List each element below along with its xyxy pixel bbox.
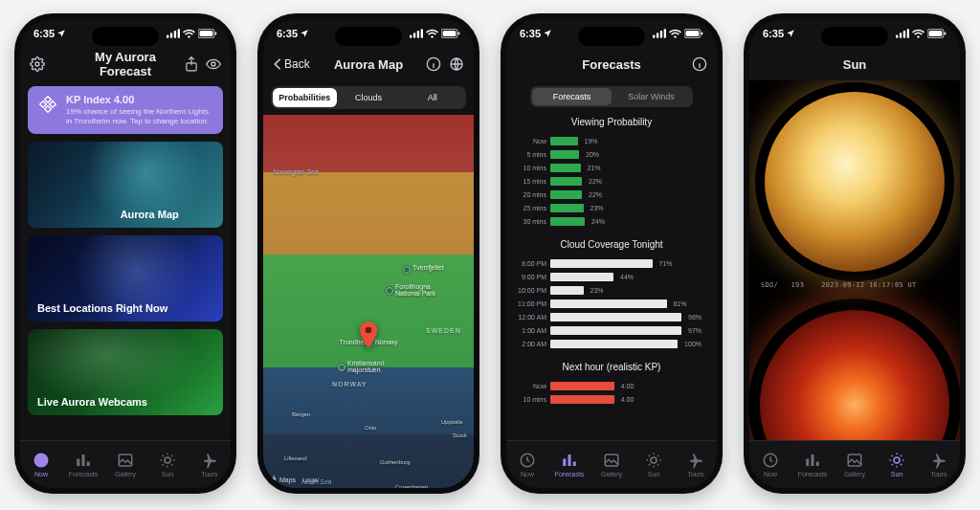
- svg-point-7: [35, 62, 39, 66]
- bar-value: 81%: [674, 300, 687, 307]
- cloud-coverage-chart: 8:00 PM71%9:00 PM44%10:00 PM23%11:00 PM8…: [512, 257, 711, 350]
- wifi-icon: [669, 29, 681, 38]
- globe-icon: [449, 56, 464, 72]
- bars-icon: [561, 452, 578, 469]
- tab-now[interactable]: Now: [20, 441, 62, 488]
- tab-sun[interactable]: Sun: [146, 441, 189, 488]
- page-title: Forecasts: [558, 57, 665, 72]
- bar-value: 20%: [586, 151, 599, 158]
- tab-gallery[interactable]: Gallery: [104, 441, 146, 488]
- bar-value: 98%: [688, 314, 702, 321]
- tab-forecasts[interactable]: Forecasts: [548, 441, 590, 488]
- bar-label: 25 mins: [514, 205, 546, 211]
- svg-rect-19: [421, 29, 423, 37]
- map-label-lillesand: Lillesand: [284, 455, 307, 461]
- bar-fill: [550, 382, 614, 390]
- forecasts-segmented[interactable]: Forecasts Solar Winds: [530, 86, 693, 107]
- tab-sun[interactable]: Sun: [876, 441, 918, 488]
- map-label-gothenburg: Gothenburg: [380, 459, 411, 465]
- sun-icon: [645, 452, 662, 469]
- tab-label: Gallery: [844, 471, 865, 477]
- sun-meta-text: SDO/ 193 2023-09-12 16:17:05 UT: [761, 281, 917, 289]
- info-button[interactable]: [692, 56, 707, 72]
- visibility-button[interactable]: [206, 58, 221, 70]
- section-title-viewing: Viewing Probability: [512, 117, 711, 127]
- bar-row: 9:00 PM44%: [550, 271, 702, 283]
- back-button[interactable]: Back: [273, 57, 310, 71]
- share-button[interactable]: [185, 56, 198, 72]
- map-pin[interactable]: [359, 322, 378, 348]
- card-aurora-map[interactable]: SWEDEN FINLAND Stockholm Aurora Map: [28, 142, 223, 228]
- map-segmented-control[interactable]: Probabilities Clouds All: [271, 86, 466, 109]
- tab-tours[interactable]: Tours: [189, 441, 231, 488]
- bar-row: 5 mins20%: [550, 148, 702, 161]
- sun-imagery[interactable]: SDO/ 193 2023-09-12 16:17:05 UT: [749, 80, 960, 440]
- tab-label: Sun: [891, 471, 902, 477]
- status-time: 6:35: [520, 28, 541, 39]
- bar-fill: [550, 150, 579, 159]
- tab-sun[interactable]: Sun: [633, 441, 675, 488]
- tab-now[interactable]: Now: [506, 441, 548, 488]
- bar-label: 10 mins: [514, 165, 546, 171]
- bar-label: 5 mins: [514, 151, 546, 158]
- bar-fill: [550, 395, 614, 404]
- tab-label: Now: [521, 471, 534, 477]
- wifi-icon: [183, 29, 195, 38]
- seg-probabilities[interactable]: Probabilities: [273, 88, 337, 107]
- info-button[interactable]: [426, 56, 441, 72]
- bar-fill: [550, 217, 585, 226]
- bar-row: Now19%: [550, 135, 702, 147]
- svg-point-52: [894, 457, 900, 463]
- bar-row: 10 mins4.00: [550, 393, 702, 406]
- svg-point-10: [34, 454, 49, 468]
- map-band-dark: [263, 367, 474, 434]
- map-poi: [338, 364, 345, 371]
- bar-label: 10 mins: [514, 396, 546, 403]
- bar-row: 10 mins21%: [550, 162, 702, 174]
- tab-now[interactable]: Now: [749, 441, 791, 488]
- bar-value: 97%: [688, 327, 702, 334]
- kp-banner[interactable]: KP Index 4.00 19% chance of seeing the N…: [28, 86, 223, 134]
- svg-rect-45: [929, 31, 943, 36]
- tab-label: Forecasts: [69, 471, 99, 477]
- tab-forecasts[interactable]: Forecasts: [62, 441, 104, 488]
- phone-3: 6:35 Forecasts Forecasts Sola: [501, 13, 723, 494]
- tab-bar: Now Forecasts Gallery Sun Tours: [506, 440, 717, 488]
- locate-button[interactable]: [449, 56, 464, 72]
- card-webcams[interactable]: Live Aurora Webcams: [28, 329, 223, 415]
- tab-tours[interactable]: Tours: [918, 441, 960, 488]
- page-title: Aurora Map: [315, 57, 422, 72]
- svg-rect-49: [812, 455, 814, 466]
- tab-tours[interactable]: Tours: [675, 441, 717, 488]
- map-attribution: Maps Legal: [269, 476, 319, 484]
- settings-button[interactable]: [30, 56, 45, 72]
- bar-value: 4.00: [621, 383, 635, 389]
- svg-rect-22: [458, 32, 460, 34]
- card-best-locations[interactable]: Best Locations Right Now: [28, 235, 223, 322]
- chevron-left-icon: [273, 57, 282, 71]
- sun-image-304: [760, 310, 949, 440]
- seg-all[interactable]: All: [400, 88, 464, 107]
- kp-index-icon: [38, 95, 57, 114]
- plane-icon: [930, 452, 947, 469]
- seg-clouds[interactable]: Clouds: [337, 88, 401, 107]
- bar-value: 4.00: [621, 396, 635, 403]
- svg-rect-31: [686, 31, 700, 36]
- seg-solar-winds[interactable]: Solar Winds: [612, 88, 691, 105]
- seg-forecasts[interactable]: Forecasts: [532, 88, 612, 105]
- image-icon: [117, 452, 134, 469]
- aurora-map-view[interactable]: Norwegian Sea Tverrfjellet Forollhogna N…: [263, 115, 474, 488]
- card-label: Aurora Map: [121, 209, 179, 220]
- tab-gallery[interactable]: Gallery: [590, 441, 633, 488]
- tab-forecasts[interactable]: Forecasts: [791, 441, 834, 488]
- map-attribution-legal[interactable]: Legal: [302, 477, 319, 483]
- bar-row: 11:00 PM81%: [550, 298, 702, 310]
- svg-rect-21: [443, 31, 457, 36]
- section-title-nexthour: Next hour (realistic KP): [512, 362, 711, 372]
- tab-label: Sun: [648, 471, 659, 477]
- svg-rect-48: [806, 459, 809, 467]
- plane-icon: [687, 452, 704, 469]
- tab-gallery[interactable]: Gallery: [834, 441, 876, 488]
- bar-row: 1:00 AM97%: [550, 324, 702, 337]
- page-title: Sun: [801, 57, 908, 72]
